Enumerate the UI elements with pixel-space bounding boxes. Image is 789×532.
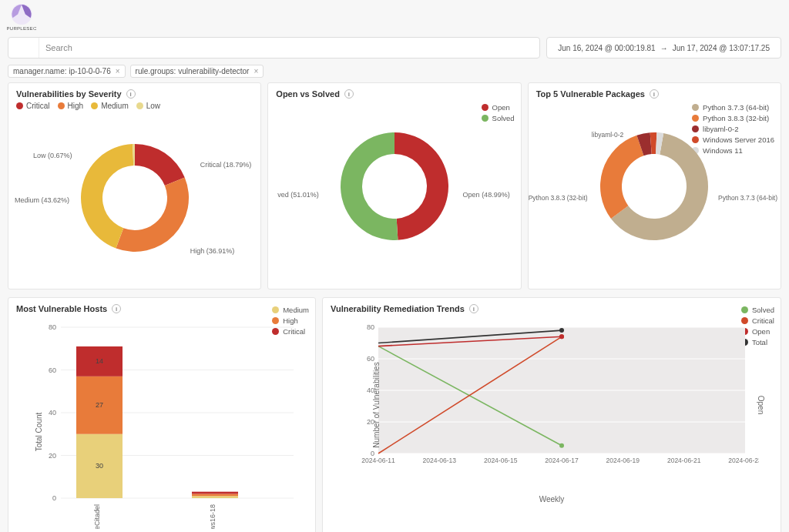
slice-label-py37: Python 3.7.3 (64-bit) [718,194,777,202]
svg-text:20: 20 [49,452,56,460]
svg-text:14: 14 [96,357,103,365]
filter-tag-manager[interactable]: manager.name: ip-10-0-0-76 × [8,65,126,78]
legend-item[interactable]: High [58,102,84,110]
panel-title: Most Vulnerable Hosts [16,304,107,313]
bar-segment[interactable] [192,494,238,496]
slice-label-high: High (36.91%) [190,247,235,255]
panel-title: Vulnerability Remediation Trends [331,304,465,313]
bar-chart-hosts[interactable]: 020406080302714TheCitadelWindows16-18 [39,321,301,529]
search-placeholder: Search [45,43,72,52]
panel-severity: Vulnerabilities by Severity i CriticalHi… [8,82,261,289]
legend-label: Medium [101,102,129,110]
panel-packages: Top 5 Vulnerable Packages i Python 3.7.3… [528,82,781,289]
legend-swatch [16,102,23,109]
legend-item[interactable]: Medium [272,306,309,314]
svg-point-34 [559,443,564,448]
slice-label-critical: Critical (18.79%) [200,161,252,169]
filter-tag-rulegroup[interactable]: rule.groups: vulnerability-detector × [130,65,264,78]
info-icon[interactable]: i [112,304,121,313]
legend-swatch [741,306,748,313]
line-chart-trends[interactable]: 0204060802024-06-112024-06-132024-06-152… [358,321,759,475]
y-axis-label: Total Count [35,413,43,452]
date-from: Jun 16, 2024 @ 00:00:19.81 [558,44,655,52]
bar-segment[interactable] [192,492,238,494]
svg-text:0: 0 [52,494,56,502]
slice-label-open: Open (48.99%) [463,191,510,199]
slice-label-solved: ved (51.01%) [277,191,319,199]
date-to: Jun 17, 2024 @ 13:07:17.25 [673,44,770,52]
svg-text:2024-06-19: 2024-06-19 [606,457,640,464]
legend-item[interactable]: Critical [16,102,50,110]
svg-text:2024-06-21: 2024-06-21 [667,457,701,464]
svg-text:60: 60 [49,366,56,374]
legend-label: Medium [283,306,309,314]
legend-item[interactable]: Solved [741,306,774,314]
donut-slice[interactable] [116,177,189,252]
slice-label-py38: Python 3.8.3 (32-bit) [529,194,588,202]
brand-name: PURPLESEC [6,26,36,31]
svg-text:80: 80 [49,323,56,331]
legend-swatch [272,306,279,313]
svg-text:2024-06-15: 2024-06-15 [484,457,518,464]
svg-text:2024-06-11: 2024-06-11 [361,457,395,464]
donut-severity[interactable] [69,132,200,263]
legend-label: Critical [26,102,50,110]
svg-text:30: 30 [96,462,103,470]
bar-segment[interactable] [192,496,238,498]
legend-swatch [91,102,98,109]
svg-point-36 [559,334,564,339]
close-icon[interactable]: × [252,67,260,75]
brand-logo: PURPLESEC [8,3,35,31]
legend-label: Low [146,102,160,110]
panel-title: Open vs Solved [276,89,340,99]
filter-tag-label: rule.groups: vulnerability-detector [136,67,250,75]
slice-label-medium: Medium (43.62%) [15,196,69,204]
slice-label-low: Low (0.67%) [33,152,72,159]
svg-text:TheCitadel: TheCitadel [93,504,101,529]
legend-item[interactable]: Low [136,102,160,110]
donut-slice[interactable] [135,144,185,186]
y-axis-label: Number of Vulnerabilities [372,362,381,447]
donut-slice[interactable] [600,136,643,219]
svg-point-37 [559,328,564,333]
donut-slice[interactable] [394,132,448,240]
svg-text:2024-06-13: 2024-06-13 [423,457,457,464]
search-bar[interactable]: Search [8,37,540,59]
donut-packages[interactable] [589,121,720,252]
slice-label-libyaml: libyaml-0-2 [592,131,624,139]
legend-label: High [68,102,84,110]
svg-text:2024-06-23: 2024-06-23 [728,457,759,464]
legend-item[interactable]: Medium [91,102,129,110]
panel-open-solved: Open vs Solved i OpenSolved Open (48.99%… [267,82,521,289]
donut-open-solved[interactable] [329,121,460,252]
donut-slice[interactable] [341,132,398,240]
info-icon[interactable]: i [126,89,136,99]
date-range-picker[interactable]: Jun 16, 2024 @ 00:00:19.81 → Jun 17, 202… [546,37,781,59]
date-arrow: → [660,44,668,52]
x-axis-label: Weekly [331,495,773,504]
panel-trends: Vulnerability Remediation Trends i Solve… [322,297,781,532]
panel-title: Top 5 Vulnerable Packages [536,89,645,99]
svg-text:40: 40 [49,409,56,417]
legend-swatch [58,102,65,109]
info-icon[interactable]: i [344,89,354,99]
legend-swatch [136,102,143,109]
close-icon[interactable]: × [114,67,122,75]
filter-tag-label: manager.name: ip-10-0-0-76 [13,67,111,75]
panel-title: Vulnerabilities by Severity [16,89,122,99]
legend-label: Solved [752,306,774,314]
search-filter-button[interactable] [8,38,39,58]
panel-hosts: Most Vulnerable Hosts i MediumHighCritic… [8,297,316,532]
info-icon[interactable]: i [650,89,659,99]
right-axis-label: Open [756,396,764,414]
svg-text:27: 27 [96,401,103,409]
svg-text:2024-06-17: 2024-06-17 [545,457,579,464]
info-icon[interactable]: i [469,304,478,313]
svg-text:80: 80 [367,323,374,331]
svg-text:Windows16-18: Windows16-18 [209,504,217,529]
logo-icon [10,3,33,25]
